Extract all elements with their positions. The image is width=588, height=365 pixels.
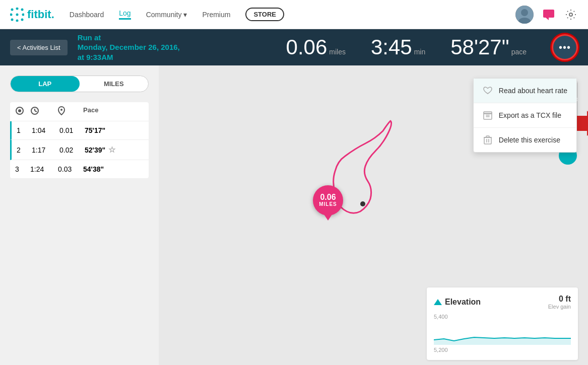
pace-value: 58'27" — [450, 37, 509, 58]
lap-dist: 0.01 — [59, 126, 85, 134]
nav-right — [515, 6, 578, 24]
table-header: Pace — [10, 102, 149, 121]
lap-num: 1 — [17, 126, 32, 134]
elevation-title: Elevation — [445, 298, 481, 307]
pin-label: MILES — [319, 201, 337, 207]
nav-premium[interactable]: Premium — [202, 11, 230, 19]
pin-value: 0.06 — [320, 193, 336, 201]
header-pace: Pace — [83, 106, 144, 117]
logo-icon — [10, 8, 24, 22]
left-panel: LAP MILES Pace 1 1:04 0.01 75'17" — [0, 65, 159, 365]
header-lap — [15, 106, 30, 117]
dropdown-item-heart-rate[interactable]: Read about heart rate — [474, 79, 576, 103]
store-button[interactable]: STORE — [245, 8, 284, 21]
svg-point-6 — [11, 18, 14, 21]
chevron-down-icon: ▾ — [183, 11, 187, 19]
tab-lap[interactable]: LAP — [11, 76, 80, 92]
elevation-panel: Elevation 0 ft Elev gain 5,400 5,200 — [427, 287, 578, 360]
export-icon — [483, 110, 493, 120]
run-datetime: Run at Monday, December 26, 2016, at 9:3… — [78, 33, 286, 62]
pace-unit: pace — [511, 48, 527, 56]
elev-label-low: 5,200 — [434, 347, 571, 353]
gear-icon[interactable] — [564, 8, 578, 22]
svg-point-8 — [21, 18, 24, 21]
elev-header: Elevation 0 ft Elev gain — [434, 295, 571, 310]
distance-unit: miles — [329, 48, 346, 56]
activities-list-button[interactable]: < Activities List — [10, 40, 68, 55]
pin-circle: 0.06 MILES — [313, 185, 343, 215]
trash-icon — [483, 135, 493, 145]
logo-text: fitbit. — [27, 8, 54, 21]
nav-links: Dashboard Log Community ▾ Premium STORE — [70, 8, 515, 21]
logo: fitbit. — [10, 8, 54, 22]
svg-point-3 — [10, 13, 13, 16]
svg-marker-23 — [434, 337, 571, 345]
svg-point-14 — [569, 13, 572, 16]
lap-pace: 75'17" — [85, 126, 144, 134]
dropdown-export-label: Export as a TCX file — [499, 111, 561, 119]
time-stat: 3:45 min — [371, 37, 425, 58]
run-info: Run at Monday, December 26, 2016, at 9:3… — [78, 33, 286, 62]
elev-gain-label: Elev gain — [548, 304, 571, 310]
elevation-graph — [434, 320, 571, 345]
dropdown-menu: Read about heart rate Export as a TCX fi… — [473, 78, 577, 153]
svg-rect-26 — [486, 116, 490, 117]
elev-title-row: Elevation — [434, 298, 481, 307]
svg-point-7 — [16, 19, 19, 22]
more-options-button[interactable]: ••• — [552, 34, 578, 60]
svg-point-2 — [21, 8, 24, 11]
nav-pointer — [197, 29, 207, 34]
elev-label-high: 5,400 — [434, 314, 571, 320]
time-unit: min — [414, 48, 426, 56]
distance-stat: 0.06 miles — [286, 37, 346, 58]
svg-point-1 — [16, 8, 19, 10]
navbar: fitbit. Dashboard Log Community ▾ Premiu… — [0, 0, 588, 29]
lap-pace: 54'38" — [83, 165, 144, 173]
elevation-value: 0 ft — [548, 295, 571, 304]
heart-icon — [483, 86, 493, 96]
svg-point-0 — [11, 8, 14, 11]
map-pin: 0.06 MILES — [313, 185, 343, 215]
svg-marker-13 — [546, 18, 549, 20]
svg-line-19 — [35, 111, 37, 112]
elevation-icon — [434, 299, 442, 305]
lap-num: 3 — [15, 165, 30, 173]
table-row: 3 1:24 0.03 54'38" — [10, 160, 149, 178]
svg-rect-30 — [486, 136, 489, 137]
svg-point-5 — [22, 13, 25, 16]
svg-rect-27 — [484, 112, 492, 114]
lap-dist: 0.03 — [58, 165, 83, 173]
dropdown-item-delete[interactable]: Delete this exercise — [474, 128, 576, 152]
svg-rect-12 — [543, 10, 554, 18]
ellipsis-icon: ••• — [559, 42, 571, 53]
table-row: 2 1:17 0.02 52'39"☆ — [10, 140, 149, 160]
lap-time: 1:04 — [32, 126, 59, 134]
nav-log[interactable]: Log — [119, 9, 130, 20]
svg-point-16 — [18, 109, 21, 112]
lap-dist: 0.02 — [59, 146, 85, 154]
star-icon[interactable]: ☆ — [108, 145, 115, 154]
svg-point-10 — [521, 9, 528, 16]
time-value: 3:45 — [371, 37, 412, 58]
tab-group: LAP MILES — [10, 76, 149, 92]
elev-value-group: 0 ft Elev gain — [548, 295, 571, 310]
svg-point-22 — [360, 201, 365, 206]
messages-icon[interactable] — [542, 8, 556, 22]
table-row: 1 1:04 0.01 75'17" — [10, 121, 149, 140]
dropdown-item-export[interactable]: Export as a TCX file — [474, 103, 576, 128]
lap-table: Pace 1 1:04 0.01 75'17" 2 1:17 0.02 52'3… — [10, 102, 149, 178]
pace-stat: 58'27" pace — [450, 37, 527, 58]
nav-community[interactable]: Community ▾ — [146, 11, 187, 19]
svg-rect-25 — [486, 115, 490, 116]
avatar[interactable] — [515, 6, 534, 24]
svg-point-20 — [60, 109, 62, 111]
tab-miles[interactable]: MILES — [80, 76, 149, 92]
lap-num: 2 — [17, 146, 32, 154]
header-time — [30, 106, 58, 117]
distance-value: 0.06 — [286, 37, 328, 58]
nav-dashboard[interactable]: Dashboard — [70, 11, 104, 19]
lap-time: 1:24 — [30, 165, 58, 173]
dropdown-heart-rate-label: Read about heart rate — [499, 87, 567, 95]
header-dist — [58, 106, 83, 117]
lap-time: 1:17 — [32, 146, 59, 154]
